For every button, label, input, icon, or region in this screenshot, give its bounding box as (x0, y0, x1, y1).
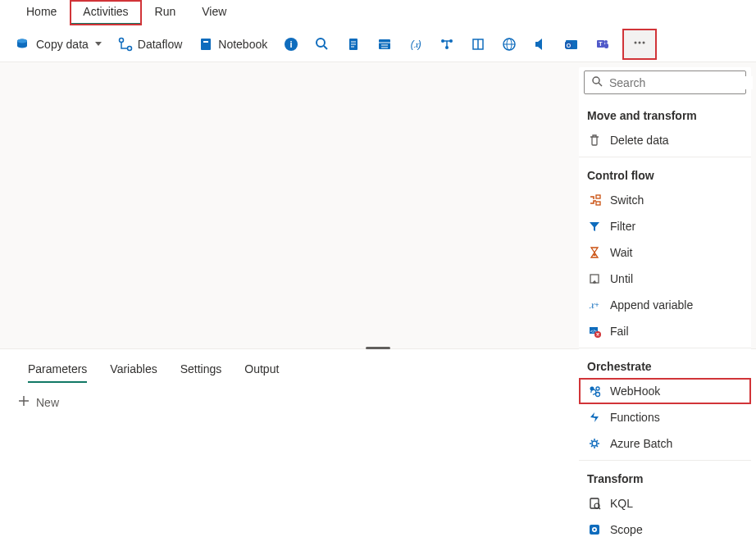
dataflow-button[interactable]: Dataflow (112, 32, 189, 57)
svg-rect-41 (596, 202, 600, 205)
search-input[interactable] (609, 76, 753, 89)
trash-icon (587, 133, 602, 148)
tab-view[interactable]: View (189, 0, 239, 25)
more-activities-button[interactable] (623, 30, 656, 59)
menu-label: Append variable (610, 298, 693, 312)
divider (579, 460, 751, 461)
menu-label: KQL (610, 497, 633, 510)
teams-icon: T (595, 37, 610, 52)
dataflow-label: Dataflow (138, 38, 182, 51)
notebook-button[interactable]: Notebook (192, 32, 274, 57)
group-control-flow: Control flow (579, 161, 751, 187)
outlook-icon: O (564, 37, 579, 52)
web-button[interactable] (495, 32, 523, 57)
menu-until[interactable]: Until (579, 266, 751, 292)
svg-point-2 (119, 38, 123, 42)
menu-functions[interactable]: Functions (579, 404, 751, 430)
teams-button[interactable]: T (589, 32, 617, 57)
svg-line-9 (324, 46, 327, 49)
menu-azure-batch[interactable]: Azure Batch (579, 430, 751, 457)
main-tabs: Home Activities Run View (0, 0, 756, 26)
search-icon (591, 75, 603, 89)
fail-icon: </> (587, 324, 602, 339)
variable-button[interactable]: (𝑥) (402, 32, 430, 57)
notebook-icon (198, 37, 213, 52)
tab-output[interactable]: Output (233, 356, 290, 382)
svg-rect-5 (203, 41, 208, 43)
menu-label: Filter (610, 220, 635, 233)
menu-delete-data[interactable]: Delete data (579, 127, 751, 153)
svg-point-1 (17, 39, 27, 43)
stored-proc-icon (377, 37, 392, 52)
group-move-transform: Move and transform (579, 101, 751, 127)
gear-icon (587, 436, 602, 451)
scope-icon (587, 522, 602, 537)
svg-point-8 (317, 39, 325, 47)
menu-label: Delete data (610, 134, 669, 147)
script-button[interactable] (339, 32, 367, 57)
copy-data-label: Copy data (36, 38, 89, 51)
tab-run[interactable]: Run (142, 0, 189, 25)
svg-point-35 (643, 42, 645, 44)
svg-text:T: T (599, 41, 603, 47)
search-button[interactable] (308, 32, 336, 57)
until-icon (587, 271, 602, 286)
append-variable-icon: 𝑥+ (587, 298, 602, 312)
globe-icon (502, 37, 517, 52)
tab-settings[interactable]: Settings (169, 356, 234, 382)
variable-icon: (𝑥) (408, 37, 423, 52)
outlook-button[interactable]: O (558, 32, 585, 57)
svg-text:O: O (567, 42, 572, 48)
speaker-icon (533, 37, 548, 52)
chevron-down-icon (95, 42, 102, 46)
menu-filter[interactable]: Filter (579, 213, 751, 239)
menu-scope[interactable]: Scope (579, 516, 751, 543)
menu-fail[interactable]: </> Fail (579, 318, 751, 344)
pipeline-button[interactable] (433, 32, 461, 57)
divider (579, 348, 751, 348)
svg-line-52 (599, 507, 600, 509)
menu-append-variable[interactable]: 𝑥+ Append variable (579, 292, 751, 318)
menu-label: Azure Batch (610, 437, 672, 450)
divider (579, 157, 751, 157)
menu-label: Until (610, 272, 633, 285)
svg-point-55 (594, 529, 596, 531)
notebook-label: Notebook (218, 38, 267, 51)
group-orchestrate: Orchestrate (579, 352, 751, 378)
tab-home[interactable]: Home (13, 0, 70, 25)
svg-point-49 (592, 441, 597, 446)
svg-text:i: i (290, 39, 293, 49)
activities-dropdown: Move and transform Delete data Control f… (579, 67, 751, 543)
svg-point-34 (639, 42, 641, 44)
tab-variables[interactable]: Variables (98, 356, 168, 382)
menu-label: WebHook (610, 384, 660, 398)
tab-activities[interactable]: Activities (70, 0, 141, 25)
switch-icon (587, 193, 602, 207)
info-icon: i (284, 37, 298, 52)
svg-rect-40 (596, 195, 600, 198)
copy-data-button[interactable]: Copy data (10, 32, 108, 57)
speaker-button[interactable] (526, 32, 554, 57)
stored-proc-button[interactable] (371, 32, 398, 57)
svg-point-3 (127, 46, 131, 50)
group-transform: Transform (579, 464, 751, 490)
svg-rect-32 (604, 43, 608, 48)
menu-label: Fail (610, 325, 629, 338)
search-icon (315, 37, 330, 52)
search-box[interactable] (584, 71, 746, 94)
info-button[interactable]: i (277, 32, 305, 57)
semantic-model-icon (471, 37, 485, 52)
semantic-model-button[interactable] (464, 32, 492, 57)
ellipsis-icon (633, 36, 646, 52)
functions-icon (587, 410, 602, 425)
kql-icon (587, 496, 602, 511)
menu-switch[interactable]: Switch (579, 187, 751, 213)
svg-point-31 (604, 40, 608, 43)
menu-webhook[interactable]: WebHook (579, 378, 751, 404)
menu-wait[interactable]: Wait (579, 239, 751, 266)
resize-handle[interactable] (366, 347, 390, 349)
menu-kql[interactable]: KQL (579, 490, 751, 516)
svg-point-38 (593, 77, 599, 84)
hourglass-icon (587, 245, 602, 260)
tab-parameters[interactable]: Parameters (16, 356, 98, 382)
